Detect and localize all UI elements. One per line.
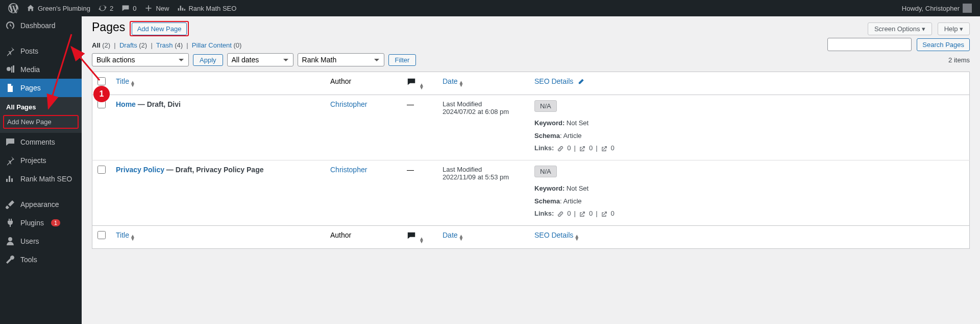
refresh-icon [99,4,107,12]
my-account[interactable]: Howdy, Christopher [898,0,976,16]
site-name[interactable]: Green's Plumbing [22,0,94,16]
adminbar-comments-count: 0 [133,5,136,12]
new-content[interactable]: New [140,0,173,16]
chart-icon [177,4,185,12]
new-label: New [156,5,169,12]
wordpress-icon [8,3,18,13]
adminbar-rankmath[interactable]: Rank Math SEO [173,0,240,16]
adminbar-rankmath-label: Rank Math SEO [188,5,236,12]
site-name-label: Green's Plumbing [38,5,90,12]
howdy-text: Howdy, Christopher [902,5,960,12]
wp-logo[interactable] [4,0,22,16]
adminbar-comments[interactable]: 0 [117,0,140,16]
avatar [963,4,972,13]
updates[interactable]: 2 [94,0,117,16]
updates-count: 2 [110,5,113,12]
comment-icon [121,4,130,12]
home-icon [27,4,35,12]
plus-icon [144,4,153,12]
